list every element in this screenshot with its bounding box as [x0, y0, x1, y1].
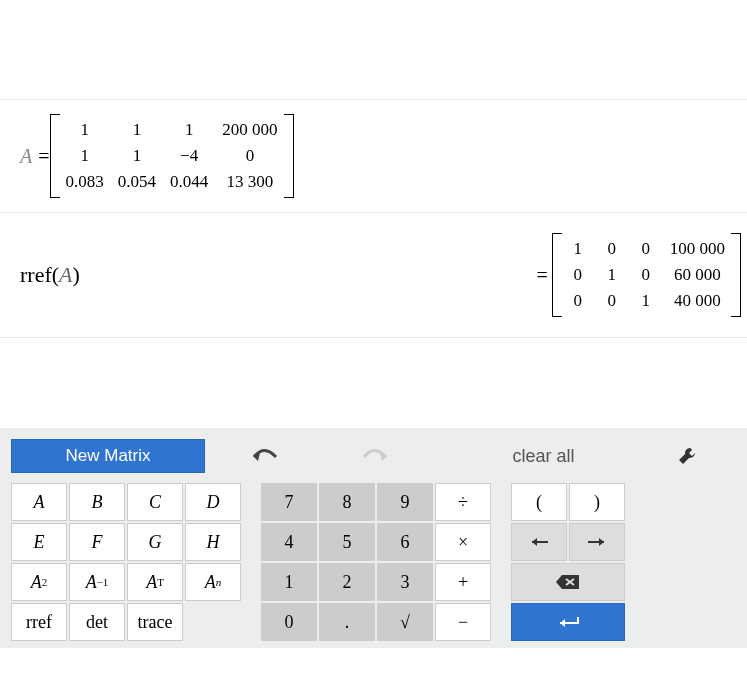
key-8[interactable]: 8: [319, 483, 375, 521]
matrix-name: A: [20, 145, 32, 168]
matrix-cell: 0: [636, 265, 656, 285]
key-5[interactable]: 5: [319, 523, 375, 561]
matrix-cell: 0: [568, 291, 588, 311]
close-paren: ): [73, 262, 80, 287]
redo-icon: [362, 447, 388, 465]
key-C[interactable]: C: [127, 483, 183, 521]
matrix-cell: 200 000: [222, 120, 277, 140]
key-6[interactable]: 6: [377, 523, 433, 561]
key-2[interactable]: 2: [319, 563, 375, 601]
matrix-cell: 1: [568, 239, 588, 259]
matrix-cell: 60 000: [670, 265, 725, 285]
matrix-cell: 40 000: [670, 291, 725, 311]
keyboard-top-row: New Matrix clear all: [6, 436, 741, 482]
key-9[interactable]: 9: [377, 483, 433, 521]
matrix-name-equals: A =: [20, 145, 50, 168]
matrix-cell: 0: [636, 239, 656, 259]
right-cluster: ( ): [510, 482, 626, 642]
matrix-body: 111200 00011−400.0830.0540.04413 300: [62, 114, 282, 198]
redo-button[interactable]: [340, 440, 410, 472]
matrix-cell: 0.044: [170, 172, 208, 192]
empty-input-section[interactable]: [0, 0, 747, 100]
key-open-paren[interactable]: (: [511, 483, 567, 521]
matrix-cell: 1: [66, 120, 104, 140]
undo-button[interactable]: [230, 440, 300, 472]
undo-icon: [252, 447, 278, 465]
variable-cluster: A B C D E F G H A2 A−1 AT An rref det tr…: [10, 482, 242, 642]
bracket-right: [731, 233, 741, 317]
matrix-cell: 0: [568, 265, 588, 285]
equals-sign: =: [38, 145, 49, 168]
key-multiply[interactable]: ×: [435, 523, 491, 561]
key-plus[interactable]: +: [435, 563, 491, 601]
key-close-paren[interactable]: ): [569, 483, 625, 521]
new-matrix-button[interactable]: New Matrix: [11, 439, 205, 473]
enter-icon: [554, 615, 582, 629]
matrix-cell: −4: [170, 146, 208, 166]
wrench-icon: [677, 446, 697, 466]
key-0[interactable]: 0: [261, 603, 317, 641]
matrix-definition-section[interactable]: A = 111200 00011−400.0830.0540.04413 300: [0, 100, 747, 213]
key-E[interactable]: E: [11, 523, 67, 561]
key-1[interactable]: 1: [261, 563, 317, 601]
key-dot[interactable]: .: [319, 603, 375, 641]
matrix-cell: 0: [222, 146, 277, 166]
result-lhs: rref(A): [20, 262, 80, 288]
key-B[interactable]: B: [69, 483, 125, 521]
key-A-transpose[interactable]: AT: [127, 563, 183, 601]
key-H[interactable]: H: [185, 523, 241, 561]
matrix-cell: 1: [118, 146, 156, 166]
result-section[interactable]: rref(A) = 100100 00001060 00000140 000: [0, 213, 747, 338]
key-7[interactable]: 7: [261, 483, 317, 521]
numpad-cluster: 7 8 9 ÷ 4 5 6 × 1 2 3 + 0 . √ −: [260, 482, 492, 642]
clear-all-button[interactable]: clear all: [410, 446, 677, 467]
key-A-inverse[interactable]: A−1: [69, 563, 125, 601]
on-screen-keyboard: New Matrix clear all A B C D E F G: [0, 428, 747, 648]
matrix-A: 111200 00011−400.0830.0540.04413 300: [50, 114, 294, 198]
bracket-right: [284, 114, 294, 198]
key-A[interactable]: A: [11, 483, 67, 521]
key-enter[interactable]: [511, 603, 625, 641]
key-trace[interactable]: trace: [127, 603, 183, 641]
open-paren: (: [52, 262, 59, 287]
func-arg: A: [59, 262, 72, 287]
spacer: [0, 338, 747, 428]
matrix-cell: 100 000: [670, 239, 725, 259]
key-minus[interactable]: −: [435, 603, 491, 641]
key-G[interactable]: G: [127, 523, 183, 561]
key-rref[interactable]: rref: [11, 603, 67, 641]
matrix-cell: 1: [118, 120, 156, 140]
result-rhs: = 100100 00001060 00000140 000: [536, 233, 741, 317]
bracket-left: [50, 114, 60, 198]
matrix-cell: 0.083: [66, 172, 104, 192]
bracket-left: [552, 233, 562, 317]
tools-button[interactable]: [677, 446, 737, 466]
right-arrow-icon: [586, 536, 608, 548]
key-right-arrow[interactable]: [569, 523, 625, 561]
left-arrow-icon: [528, 536, 550, 548]
matrix-cell: 0: [602, 239, 622, 259]
matrix-cell: 0: [602, 291, 622, 311]
result-matrix: 100100 00001060 00000140 000: [552, 233, 741, 317]
key-F[interactable]: F: [69, 523, 125, 561]
key-sqrt[interactable]: √: [377, 603, 433, 641]
backspace-icon: [555, 574, 581, 590]
key-A-squared[interactable]: A2: [11, 563, 67, 601]
key-det[interactable]: det: [69, 603, 125, 641]
key-divide[interactable]: ÷: [435, 483, 491, 521]
matrix-cell: 13 300: [222, 172, 277, 192]
matrix-cell: 1: [636, 291, 656, 311]
func-name: rref: [20, 262, 52, 287]
key-D[interactable]: D: [185, 483, 241, 521]
key-backspace[interactable]: [511, 563, 625, 601]
matrix-cell: 1: [170, 120, 208, 140]
key-3[interactable]: 3: [377, 563, 433, 601]
key-left-arrow[interactable]: [511, 523, 567, 561]
matrix-cell: 1: [602, 265, 622, 285]
key-4[interactable]: 4: [261, 523, 317, 561]
key-A-power-n[interactable]: An: [185, 563, 241, 601]
equals-sign: =: [536, 264, 547, 287]
matrix-cell: 0.054: [118, 172, 156, 192]
matrix-cell: 1: [66, 146, 104, 166]
keyboard-body: A B C D E F G H A2 A−1 AT An rref det tr…: [6, 482, 741, 642]
